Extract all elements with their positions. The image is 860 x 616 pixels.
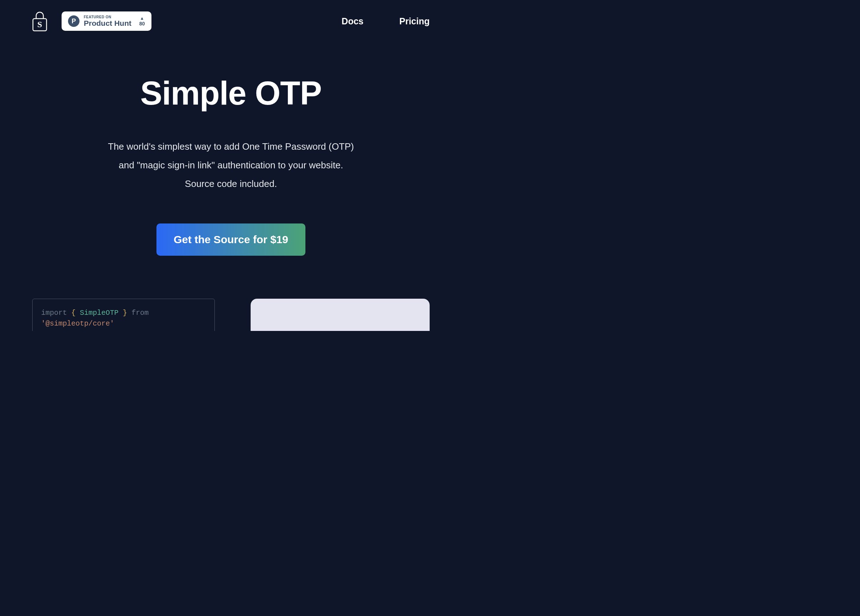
- preview-card: [251, 299, 430, 331]
- product-hunt-upvotes: ▲ 80: [139, 16, 145, 27]
- code-token-import: import: [41, 309, 67, 317]
- hero-subtitle-line-1: The world's simplest way to add One Time…: [0, 137, 462, 156]
- svg-text:S: S: [37, 20, 42, 29]
- code-token-brace-open: {: [71, 309, 75, 317]
- triangle-up-icon: ▲: [140, 16, 144, 21]
- product-hunt-featured-label: FEATURED ON: [84, 15, 132, 19]
- hero: Simple OTP The world's simplest way to a…: [0, 74, 462, 256]
- nav-docs[interactable]: Docs: [342, 16, 363, 27]
- product-hunt-name: Product Hunt: [84, 19, 132, 27]
- product-hunt-text: FEATURED ON Product Hunt: [84, 15, 132, 27]
- code-snippet: import { SimpleOTP } from '@simpleotp/co…: [32, 299, 215, 331]
- code-token-string: '@simpleotp/core': [41, 319, 114, 328]
- code-token-class: SimpleOTP: [80, 309, 119, 317]
- get-source-button[interactable]: Get the Source for $19: [157, 223, 305, 256]
- lock-s-icon: S: [32, 11, 47, 31]
- bottom-section: import { SimpleOTP } from '@simpleotp/co…: [0, 299, 462, 331]
- product-hunt-upvote-count: 80: [139, 21, 145, 27]
- hero-subtitle-line-3: Source code included.: [0, 174, 462, 193]
- hero-title: Simple OTP: [0, 74, 462, 112]
- logo[interactable]: S: [32, 11, 47, 31]
- nav-pricing[interactable]: Pricing: [399, 16, 430, 27]
- hero-subtitle-line-2: and "magic sign-in link" authentication …: [0, 156, 462, 174]
- code-token-brace-close: }: [123, 309, 127, 317]
- code-token-from: from: [132, 309, 149, 317]
- header: S P FEATURED ON Product Hunt ▲ 80 Docs P…: [0, 0, 462, 42]
- product-hunt-letter: P: [72, 17, 76, 25]
- product-hunt-badge[interactable]: P FEATURED ON Product Hunt ▲ 80: [61, 11, 151, 31]
- hero-subtitle: The world's simplest way to add One Time…: [0, 137, 462, 193]
- product-hunt-icon: P: [68, 16, 80, 27]
